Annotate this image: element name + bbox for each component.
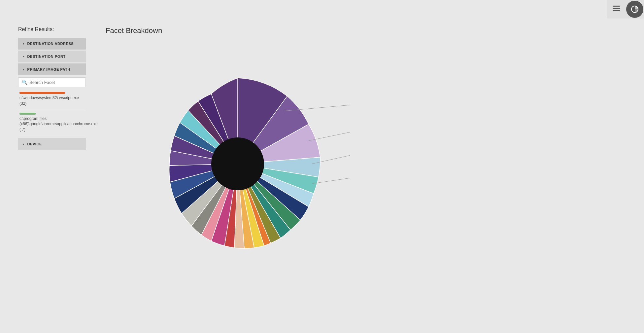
facet-bar-chrome <box>19 113 36 115</box>
facet-item-wscript[interactable]: c:\windows\system32\ wscript.exe (32) <box>18 89 86 110</box>
refine-title: Refine Results: <box>18 26 86 32</box>
facet-group-device[interactable]: ▸ DEVICE <box>18 138 86 150</box>
facet-group-destination-address[interactable]: ▾ DESTINATION ADDRESS <box>18 38 86 50</box>
list-view-button[interactable] <box>607 0 626 17</box>
facet-label-chrome: c:\program files (x86)\google\chrome\app… <box>19 116 85 132</box>
toolbar <box>607 0 644 18</box>
facet-group-label: DEVICE <box>27 142 42 146</box>
arrow-icon: ▾ <box>23 42 25 45</box>
sidebar: Refine Results: ▾ DESTINATION ADDRESS ▸ … <box>0 20 92 333</box>
main-layout: Refine Results: ▾ DESTINATION ADDRESS ▸ … <box>0 0 644 333</box>
chart-view-button[interactable] <box>626 1 643 18</box>
facet-group-label: DESTINATION ADDRESS <box>27 42 74 46</box>
search-icon: 🔍 <box>22 80 27 85</box>
sunburst-chart[interactable]: DESTINATION ADDRESS DESTINATION PORT PRI… <box>125 45 350 276</box>
list-icon <box>613 6 620 12</box>
page-title: Facet Breakdown <box>106 26 631 35</box>
facet-group-label: PRIMARY IMAGE PATH <box>27 67 71 71</box>
svg-rect-1 <box>613 8 620 9</box>
svg-rect-2 <box>613 10 620 11</box>
main-content: Facet Breakdown <box>92 20 644 333</box>
facet-item-chrome[interactable]: c:\program files (x86)\google\chrome\app… <box>18 110 86 136</box>
search-container: 🔍 <box>18 77 86 87</box>
facet-group-label: DESTINATION PORT <box>27 55 66 58</box>
svg-rect-0 <box>613 6 620 7</box>
facet-group-primary-image-path[interactable]: ▾ PRIMARY IMAGE PATH <box>18 63 86 75</box>
svg-point-5 <box>211 137 264 190</box>
facet-group-destination-port[interactable]: ▸ DESTINATION PORT <box>18 51 86 62</box>
search-input[interactable] <box>29 80 82 85</box>
arrow-icon: ▸ <box>23 55 25 58</box>
arrow-icon: ▾ <box>23 68 25 71</box>
arrow-icon: ▸ <box>23 142 25 146</box>
facet-label-wscript: c:\windows\system32\ wscript.exe (32) <box>19 95 85 106</box>
facet-bar-wscript <box>19 92 65 94</box>
chart-icon <box>631 5 639 13</box>
chart-area: DESTINATION ADDRESS DESTINATION PORT PRI… <box>106 45 631 276</box>
